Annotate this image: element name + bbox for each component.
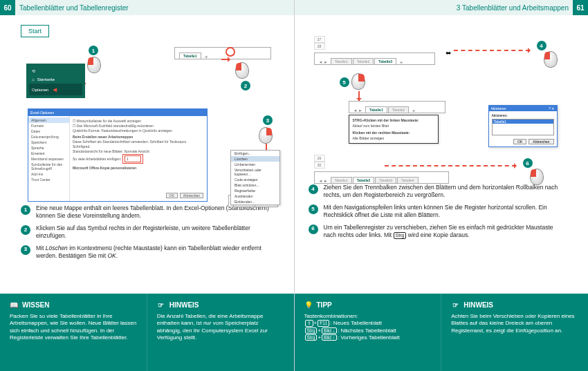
menu-home: ⌂ Startseite — [29, 75, 82, 84]
page-header-right: 3 Tabellenblätter und Arbeitsmappen 61 — [295, 0, 589, 15]
new-sheet-icon: ⊕ — [202, 55, 210, 59]
strg-key: Strg — [394, 232, 407, 239]
hand-icon: ☞ — [451, 301, 459, 309]
page-title: 3 Tabellenblätter und Arbeitsmappen — [457, 4, 569, 12]
step-text-2: Klicken Sie auf das Symbol rechts in der… — [36, 225, 280, 240]
step-text-5: Mit den Navigationspfeilen links unten k… — [324, 204, 568, 220]
sheet-tab: Tabelle1 — [179, 53, 201, 59]
footer-hinweis: ☞HINWEIS Achten Sie beim Verschieben ode… — [441, 294, 588, 371]
nav-arrows-icon: ◄ ► — [353, 108, 363, 113]
step-badge-3: 3 — [21, 245, 30, 255]
mouse-right-icon — [351, 73, 365, 90]
step-list-right: 4 Ziehen Sie den Trennbalken zwischen de… — [309, 184, 568, 240]
menu-delete: Löschen — [231, 156, 279, 162]
sheet-tabs: ◄ ► Tabelle1 Tabelle2 Tabelle3 ⊕ — [314, 53, 435, 65]
cancel-button: Abbrechen — [180, 193, 203, 198]
dialog-title: Excel-Optionen — [28, 109, 207, 116]
step-badge-3: 3 — [263, 115, 273, 125]
step-badge-1: 1 — [21, 205, 30, 215]
step-badge-4: 4 — [309, 184, 318, 194]
back-icon: ⟲ — [29, 66, 82, 75]
step-badge-2: 2 — [21, 225, 30, 235]
lightbulb-icon: 💡 — [304, 301, 313, 309]
row-numbers: 2728 — [314, 36, 325, 50]
nav-tooltip: STRG+Klicken mit der linken Maustaste: A… — [349, 115, 439, 144]
mouse-icon — [544, 51, 558, 68]
mouse-icon — [87, 57, 101, 73]
footer-tipp: 💡TIPP Tastenkombinationen: ⇧+F11: Neues … — [295, 294, 441, 371]
menu-options: Optionen ◄ — [29, 84, 82, 95]
step-badge-1: 1 — [89, 46, 98, 55]
options-sidebar: Allgemein Formeln Daten Dokumentprüfung … — [28, 116, 70, 201]
page-header-left: 60 Tabellenblätter und Tabellenregister — [0, 0, 294, 15]
footer-left: 📖WISSEN Packen Sie so viele Tabellenblät… — [0, 294, 294, 371]
hand-icon: ☞ — [157, 301, 165, 309]
sheet-tabs: Tabelle1 ⊕ — [174, 47, 271, 59]
sheets-count-spinner: 1 — [125, 155, 141, 162]
arrow-icon — [221, 59, 230, 60]
step-badge-2: 2 — [241, 81, 250, 91]
start-tab-label: Start — [21, 25, 49, 37]
step-badge-5: 5 — [340, 77, 349, 87]
mouse-icon — [235, 62, 249, 79]
step-badge-6: 6 — [309, 225, 318, 234]
sheet-tabs: ◄ ► Tabelle1 Tabelle2 Tabelle3 Tabelle4 — [314, 171, 449, 184]
arrow-icon — [385, 165, 516, 167]
ok-button: OK — [166, 193, 178, 198]
footer-right: 💡TIPP Tastenkombinationen: ⇧+F11: Neues … — [295, 294, 589, 371]
footer-hinweis: ☞HINWEIS Die Anzahl Tabellen, die eine A… — [147, 294, 294, 371]
cancel-button: Abbrechen — [529, 139, 553, 144]
page-number: 61 — [573, 0, 588, 15]
book-icon: 📖 — [10, 301, 18, 309]
step-badge-6: 6 — [523, 158, 533, 168]
step-list-left: 1 Eine neue Mappe enthält ein leeres Tab… — [21, 204, 280, 260]
mouse-icon — [530, 169, 544, 185]
step-badge-5: 5 — [309, 204, 318, 214]
split-handle-icon — [445, 46, 452, 53]
step-text-6: Um ein Tabellenregister zu verschieben, … — [324, 224, 568, 240]
step-text-3: Mit Löschen im Kontextmenü (rechte Maust… — [36, 245, 280, 260]
row-numbers: 2930 — [314, 155, 325, 169]
arrow-icon — [358, 91, 360, 101]
right-illustration-area: 2728 ◄ ► Tabelle1 Tabelle2 Tabelle3 ⊕ 4 … — [309, 23, 568, 181]
excel-backstage-menu: ⟲ ⌂ Startseite Optionen ◄ — [26, 64, 85, 98]
dialog-help-close: ? ✕ — [549, 106, 554, 111]
ok-button: OK — [513, 139, 526, 144]
options-main: ☐ Minisymbolleiste für die Auswahl anzei… — [70, 116, 207, 201]
arrow-icon — [454, 50, 530, 51]
page-title: Tabellenblätter und Tabellenregister — [19, 4, 129, 12]
sheet-context-menu: Einfügen… Löschen Umbenennen Verschieben… — [230, 150, 280, 205]
sheet-tabs: ◄ ► Tabelle1 Tabelle2 ⊕ — [349, 101, 445, 113]
mouse-right-icon — [259, 127, 273, 144]
footer-wissen: 📖WISSEN Packen Sie so viele Tabellenblät… — [0, 294, 147, 371]
highlight-circle-icon — [226, 47, 235, 57]
left-illustration-area: 1 ⟲ ⌂ Startseite Optionen ◄ Excel-Option… — [21, 43, 280, 202]
excel-options-dialog: Excel-Optionen Allgemein Formeln Daten D… — [28, 108, 208, 202]
step-text-4: Ziehen Sie den Trennbalken zwischen den … — [324, 184, 568, 200]
step-badge-4: 4 — [537, 41, 546, 50]
activate-dialog: Aktivieren? ✕ Aktivieren: Tabelle1 OK Ab… — [488, 105, 558, 147]
page-number: 60 — [0, 0, 15, 15]
